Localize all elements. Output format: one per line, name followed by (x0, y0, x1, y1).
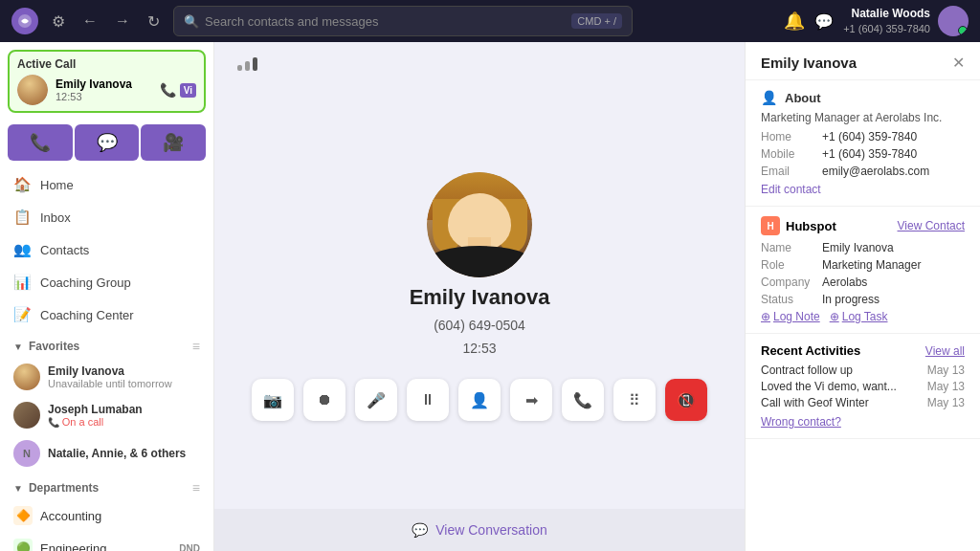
activities-title: Recent Activities (761, 343, 860, 358)
main-layout: Active Call Emily Ivanova 12:53 📞 Vi 📞 💬… (0, 42, 980, 551)
log-task-link[interactable]: ⊕ Log Task (830, 310, 888, 323)
back-icon[interactable]: ← (78, 9, 101, 33)
departments-reorder-icon[interactable]: ≡ (192, 480, 200, 496)
conversation-icon: 💬 (412, 522, 428, 538)
edit-contact-link[interactable]: Edit contact (761, 183, 821, 196)
joseph-avatar (13, 402, 40, 429)
add-participant-button[interactable]: 👤 (458, 379, 501, 421)
activity-2-date: May 13 (927, 380, 965, 393)
record-button[interactable]: ⏺ (303, 379, 345, 421)
activities-header: Recent Activities View all (761, 343, 965, 358)
dialpad-button[interactable]: ⠿ (613, 379, 656, 421)
emily-status: Unavailable until tomorrow (48, 378, 200, 389)
cmd-shortcut: CMD + / (571, 13, 622, 29)
hubspot-left: H Hubspot (761, 216, 836, 235)
nav-inbox[interactable]: 📋 Inbox (0, 201, 213, 233)
hold-button[interactable]: ⏸ (407, 379, 449, 421)
engineering-icon: 🟢 (13, 539, 33, 551)
notifications-icon[interactable]: 🔔 (784, 11, 805, 32)
about-header: 👤 About (761, 90, 965, 105)
emily-avatar (13, 364, 40, 390)
email-row: Email emily@aerolabs.com (761, 165, 965, 178)
user-info: Natalie Woods +1 (604) 359-7840 (843, 6, 930, 36)
view-contact-link[interactable]: View Contact (898, 219, 965, 232)
settings-icon[interactable]: ⚙ (48, 9, 69, 34)
camera-toggle-button[interactable]: 📷 (252, 379, 294, 421)
hs-status-row: Status In progress (761, 293, 965, 306)
engineering-label: Engineering (40, 541, 171, 552)
activity-2: Loved the Vi demo, want... May 13 (761, 380, 965, 393)
right-panel: Emily Ivanova ✕ 👤 About Marketing Manage… (745, 42, 980, 551)
hubspot-icon: H (761, 216, 780, 235)
nav-coaching-group[interactable]: 📊 Coaching Group (0, 266, 213, 298)
hs-role-label: Role (761, 258, 814, 272)
nav-contacts-label: Contacts (40, 243, 89, 257)
log-note-label: Log Note (773, 310, 820, 323)
favorites-section-header: ▼ Favorites ≡ (0, 331, 213, 358)
contact-photo (427, 172, 532, 277)
active-call-user: Emily Ivanova 12:53 📞 Vi (17, 75, 196, 105)
hangup-button[interactable]: 📵 (665, 379, 707, 421)
activities-section: Recent Activities View all Contract foll… (746, 334, 980, 439)
view-all-link[interactable]: View all (925, 344, 965, 358)
log-task-plus-icon: ⊕ (830, 310, 839, 323)
departments-chevron-icon[interactable]: ▼ (13, 483, 23, 494)
hs-status-label: Status (761, 293, 814, 306)
close-panel-button[interactable]: ✕ (952, 54, 965, 72)
nav-contacts[interactable]: 👥 Contacts (0, 233, 213, 266)
nav-home[interactable]: 🏠 Home (0, 168, 213, 201)
hs-company-label: Company (761, 276, 814, 289)
hs-role-row: Role Marketing Manager (761, 258, 965, 272)
dept-engineering[interactable]: 🟢 Engineering DND (0, 532, 213, 551)
keypad-button[interactable]: 📞 (562, 379, 604, 421)
log-note-link[interactable]: ⊕ Log Note (761, 310, 820, 323)
call-phone-button[interactable]: 📞 (8, 124, 73, 161)
transfer-button[interactable]: ➡ (510, 379, 552, 421)
departments-section-header: ▼ Departments ≡ (0, 473, 213, 499)
about-description: Marketing Manager at Aerolabs Inc. (761, 111, 965, 124)
messages-icon[interactable]: 💬 (814, 12, 834, 31)
activity-1: Contract follow up May 13 (761, 364, 965, 377)
call-video-button[interactable]: 🎥 (141, 124, 206, 161)
mute-button[interactable]: 🎤 (355, 379, 397, 421)
call-status-icons: 📞 Vi (160, 82, 196, 98)
favorite-group[interactable]: N Natalie, Annie, & 6 others (0, 434, 213, 473)
dept-accounting[interactable]: 🔶 Accounting (0, 499, 213, 532)
email-label: Email (761, 165, 814, 178)
forward-icon[interactable]: → (111, 9, 134, 33)
call-controls: 📷 ⏺ 🎤 ⏸ 👤 ➡ 📞 ⠿ 📵 (252, 379, 707, 421)
favorites-reorder-icon[interactable]: ≡ (192, 339, 200, 354)
refresh-icon[interactable]: ↻ (144, 9, 164, 34)
favorites-chevron-icon[interactable]: ▼ (13, 342, 23, 352)
coaching-center-icon: 📝 (13, 306, 31, 323)
caller-name: Emily Ivanova (56, 77, 132, 91)
favorite-joseph[interactable]: Joseph Lumaban 📞 On a call (0, 396, 213, 434)
nav-coaching-group-label: Coaching Group (40, 276, 131, 290)
activity-2-name: Loved the Vi demo, want... (761, 380, 897, 393)
activity-3-date: May 13 (927, 396, 965, 409)
call-action-buttons: 📞 💬 🎥 (8, 124, 206, 161)
call-center-panel: Emily Ivanova (604) 649-0504 12:53 📷 ⏺ 🎤… (214, 42, 745, 551)
hangup-icon: 📞 (160, 82, 176, 98)
search-bar[interactable]: 🔍 CMD + / (173, 6, 633, 36)
search-input[interactable] (205, 14, 566, 29)
app-logo[interactable] (11, 8, 38, 34)
joseph-name: Joseph Lumaban (48, 403, 200, 416)
caller-avatar (17, 75, 48, 105)
call-chat-button[interactable]: 💬 (75, 124, 140, 161)
activity-3-name: Call with Geof Winter (761, 396, 869, 409)
about-label: About (785, 91, 821, 105)
nav-coaching-center[interactable]: 📝 Coaching Center (0, 298, 213, 331)
home-icon: 🏠 (13, 176, 31, 193)
avatar[interactable] (938, 6, 969, 36)
right-panel-header: Emily Ivanova ✕ (746, 42, 980, 80)
favorite-emily[interactable]: Emily Ivanova Unavailable until tomorrow (0, 358, 213, 396)
user-profile[interactable]: Natalie Woods +1 (604) 359-7840 (843, 6, 969, 36)
signal-bars (237, 57, 257, 71)
nav-inbox-label: Inbox (40, 210, 71, 225)
inbox-icon: 📋 (13, 209, 31, 226)
view-conversation-bar[interactable]: 💬 View Conversation (214, 509, 745, 551)
wrong-contact-link[interactable]: Wrong contact? (761, 415, 965, 429)
home-phone-row: Home +1 (604) 359-7840 (761, 130, 965, 143)
mobile-label: Mobile (761, 147, 814, 161)
